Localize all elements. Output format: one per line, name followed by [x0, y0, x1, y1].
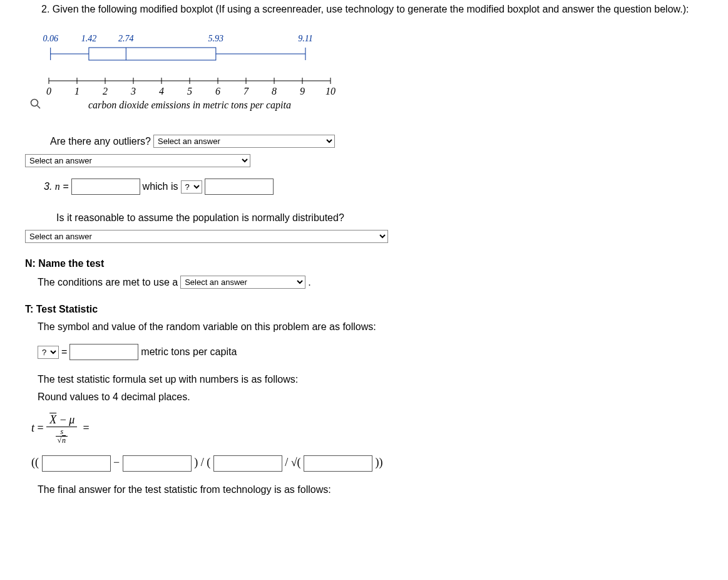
name-test-line: The conditions are met to use a: [38, 277, 178, 288]
which-is-select[interactable]: ?: [181, 180, 202, 194]
tstat-line3: Round values to 4 decimal places.: [38, 391, 707, 403]
sqrt-symbol: √: [57, 436, 61, 445]
boxplot-value-q3: 5.93: [208, 34, 224, 43]
rv-equals: =: [61, 346, 67, 358]
calc-xbar-input[interactable]: [42, 455, 111, 472]
mu-symbol: μ: [69, 413, 74, 426]
name-test-heading: N: Name the test: [25, 258, 707, 269]
tick-3: 3: [130, 86, 136, 96]
n-symbol: n: [61, 437, 66, 445]
boxplot-value-min: 0.06: [43, 34, 58, 43]
boxplot-value-median: 2.74: [118, 34, 134, 43]
outliers-question: Are there any outliers?: [50, 136, 151, 147]
which-is-input[interactable]: [205, 179, 274, 195]
boxplot-value-max: 9.11: [298, 34, 312, 43]
svg-point-18: [31, 100, 38, 106]
tick-1: 1: [74, 86, 79, 96]
calc-close1: ) / (: [194, 457, 210, 469]
calc-minus: −: [113, 457, 120, 469]
calc-s-input[interactable]: [213, 455, 282, 472]
rv-symbol-select[interactable]: ?: [38, 346, 59, 359]
rv-value-input[interactable]: [69, 344, 138, 360]
tick-2: 2: [103, 86, 108, 96]
calc-sqrt: / √(: [285, 457, 300, 469]
calc-close2: )): [376, 457, 383, 469]
name-test-select[interactable]: Select an answer: [180, 276, 305, 289]
boxplot-x-label: carbon dioxide emissions in metric tons …: [88, 100, 291, 111]
tstat-line2: The test statistic formula set up with n…: [38, 374, 707, 385]
calc-n-input[interactable]: [304, 455, 372, 472]
which-is-label: which is: [143, 181, 178, 192]
calc-mu-input[interactable]: [123, 455, 192, 472]
tstat-final-line: The final answer for the test statistic …: [38, 484, 707, 495]
tick-5: 5: [187, 86, 192, 96]
tick-9: 9: [300, 86, 305, 96]
rv-units: metric tons per capita: [141, 346, 237, 358]
calc-open: ((: [31, 457, 39, 469]
normal-question: Is it reasonable to assume the populatio…: [56, 212, 344, 223]
tstat-line1: The symbol and value of the random varia…: [38, 321, 707, 333]
normal-select[interactable]: Select an answer: [25, 230, 388, 243]
boxplot-svg: 0.06 1.42 2.74 5.93 9.11: [24, 32, 381, 113]
outliers-select-1[interactable]: Select an answer: [153, 135, 335, 148]
tick-4: 4: [159, 86, 164, 96]
boxplot-figure: 0.06 1.42 2.74 5.93 9.11: [24, 32, 702, 127]
tick-10: 10: [326, 86, 336, 96]
tstat-calc-line: (( − ) / ( / √( )): [31, 455, 707, 472]
boxplot-value-q1: 1.42: [81, 34, 97, 43]
q3-label-n: 3. n =: [44, 181, 69, 192]
s-symbol: s: [56, 428, 68, 437]
n-input[interactable]: [71, 179, 140, 195]
tstat-formula: t = X − μ s √n =: [31, 414, 707, 444]
svg-rect-2: [89, 48, 216, 60]
name-test-period: .: [308, 277, 310, 288]
outliers-select-2[interactable]: Select an answer: [25, 154, 250, 167]
xbar-symbol: X: [49, 414, 57, 426]
magnify-icon[interactable]: [30, 98, 41, 112]
tick-8: 8: [272, 86, 277, 96]
tick-6: 6: [215, 86, 220, 96]
q2-prompt: 2. Given the following modified boxplot …: [41, 3, 707, 16]
tstat-heading: T: Test Statistic: [25, 304, 707, 315]
svg-line-19: [38, 106, 41, 109]
tick-0: 0: [46, 86, 51, 96]
tick-7: 7: [244, 86, 249, 96]
